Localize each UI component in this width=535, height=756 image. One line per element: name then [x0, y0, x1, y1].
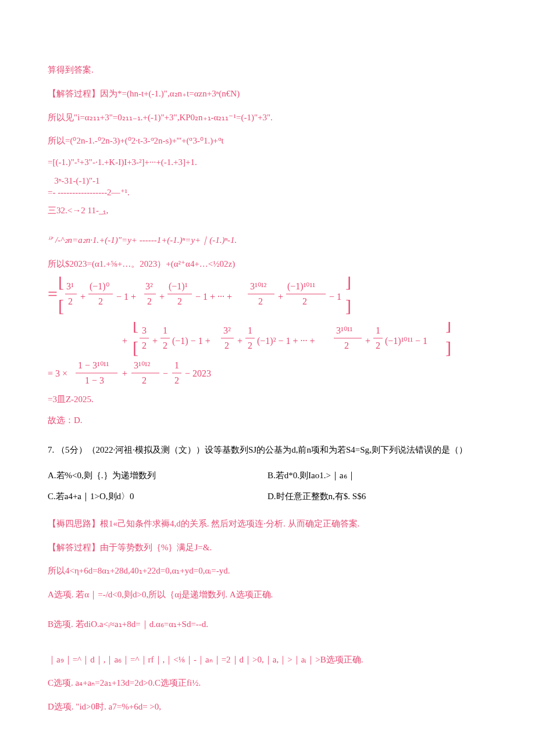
exp-1: 【褥四思路】根1«己知条件求褥4,d的关系. 然后对选项连·分析. 从而确定正确… — [48, 515, 487, 533]
formula-svg-1: = [ [ 3¹2 + (−1)⁰2 − 1 + 3²2 + (−1)¹2 − … — [48, 277, 455, 322]
svg-text:2: 2 — [163, 341, 167, 350]
svg-text:2: 2 — [142, 375, 147, 385]
q7-option-D: D.时任意正整数n,有$. S$6 — [268, 486, 487, 507]
formula-block-1: = [ [ 3¹2 + (−1)⁰2 − 1 + 3²2 + (−1)¹2 − … — [48, 277, 487, 389]
line-3: 所以见″i=α₂₁₁+3"=0₂₁₁₋₁.+(-1)"+3",KP0₂n₊₁-α… — [48, 109, 487, 127]
svg-text:2: 2 — [248, 341, 252, 350]
svg-text:2: 2 — [98, 296, 103, 306]
q7-option-A: A.若%<0,则｛.｝为递增数列 — [48, 465, 268, 486]
svg-text:3¹⁰¹¹: 3¹⁰¹¹ — [336, 325, 353, 335]
line-6b: =- -----------------2—⁺¹. — [48, 187, 487, 198]
svg-text:]: ] — [345, 296, 351, 315]
q7-option-B: B.若d*0.则Iao1.>｜a₆｜ — [268, 465, 487, 486]
svg-text:+: + — [122, 368, 127, 378]
line-6a: 3ⁿ-31-(-1)"-1 — [48, 175, 487, 187]
svg-text:[: [ — [58, 296, 64, 315]
line-7: 三32.<→2 11-_₁, — [48, 202, 487, 220]
q7-option-C: C.若a4+a｜1>O,则d〉0 — [48, 486, 268, 507]
exp-5: B选项. 若diO.a<ᵢ≈a₁+8d=｜d.α₆=α₁+Sd=--d. — [48, 615, 487, 633]
svg-text:3²: 3² — [145, 281, 153, 291]
svg-text:3¹⁰¹²: 3¹⁰¹² — [134, 360, 151, 370]
exp-3: 所以4<η+6d=8α₁+28d,40₁+22d=0,α₁+yd=0,αᵢ=-y… — [48, 562, 487, 580]
line-4: 所以=(⁰2n-1.-⁰2n-3)+(⁰2·t-3-ᵅ2n-s)+'''+(ᵅ3… — [48, 132, 487, 150]
svg-text:3¹: 3¹ — [66, 281, 74, 291]
formula-svg-2: + [ [ 32 + 12 (−1) − 1 + 3²2 + 12 (−1)² … — [48, 322, 490, 357]
svg-text:1 − 3: 1 − 3 — [85, 375, 104, 385]
line-9: 所以$2023=(α1.+⅝+…。2023）+(α²⁺α4+…<½02z) — [48, 255, 487, 273]
svg-text:3²: 3² — [223, 325, 231, 335]
svg-text:[: [ — [58, 277, 64, 291]
svg-text:+: + — [237, 336, 242, 346]
svg-text:− 2023: − 2023 — [185, 368, 211, 378]
formula-svg-3: = 3 × 1 − 3¹⁰¹¹1 − 3 + 3¹⁰¹²2 − 12 − 202… — [48, 357, 292, 389]
svg-text:2: 2 — [174, 375, 179, 385]
document-page: 算得到答案. 【解答过程】因为*=(hn-t+(-1.)",α₂n₊t=αzn+… — [0, 0, 535, 756]
svg-text:=: = — [48, 284, 58, 303]
svg-text:2: 2 — [177, 296, 182, 306]
q7-stem: 7. （5分）（2022·河祖·模拟及测（文））设等基数列SJ的公基为d,前n项… — [48, 441, 487, 459]
svg-text:(−1) − 1 +: (−1) − 1 + — [172, 336, 211, 346]
q7-options: A.若%<0,则｛.｝为递增数列 B.若d*0.则Iao1.>｜a₆｜ C.若a… — [48, 465, 487, 507]
svg-text:2: 2 — [147, 296, 152, 306]
svg-text:+: + — [365, 336, 370, 346]
exp-2: 【解答过程】由于等势数列｛%｝满足J=&. — [48, 539, 487, 557]
svg-text:1: 1 — [163, 325, 167, 335]
svg-text:− 1 +: − 1 + — [116, 292, 136, 302]
svg-text:+: + — [159, 292, 165, 302]
svg-text:+: + — [80, 292, 85, 302]
svg-text:2: 2 — [68, 296, 73, 306]
svg-text:1 − 3¹⁰¹¹: 1 − 3¹⁰¹¹ — [78, 360, 109, 370]
svg-text:2: 2 — [258, 296, 263, 306]
svg-text:3: 3 — [142, 325, 147, 335]
svg-text:= 3 ×: = 3 × — [48, 368, 67, 378]
svg-text:(−1)⁰: (−1)⁰ — [90, 281, 109, 292]
line-5: =[(-1.)"-ᵗ+3"-·1.+K-I)I+3-²]+···+(-1.+3]… — [48, 153, 487, 171]
svg-text:2: 2 — [302, 296, 307, 306]
svg-text:(−1)¹: (−1)¹ — [169, 281, 188, 292]
line-11: 故选：D. — [48, 411, 487, 429]
svg-text:]: ] — [445, 338, 451, 357]
svg-text:2: 2 — [344, 341, 349, 350]
svg-text:[: [ — [133, 338, 138, 357]
svg-text:+: + — [152, 336, 158, 346]
svg-text:− 1: − 1 — [329, 292, 341, 302]
svg-text:1: 1 — [248, 325, 252, 335]
svg-text:]: ] — [445, 322, 451, 334]
svg-text:]: ] — [345, 277, 351, 291]
svg-text:+: + — [278, 292, 283, 302]
svg-text:−: − — [163, 368, 168, 378]
line-2: 【解答过程】因为*=(hn-t+(-1.)",α₂n₊t=αzn+3ⁿ(n€N) — [48, 85, 487, 103]
exp-7: C选项. a₄+aₙ=2a₁+13d=2d>0.C选项正fi½. — [48, 674, 487, 692]
svg-text:(−1)² − 1 + ··· +: (−1)² − 1 + ··· + — [257, 336, 315, 346]
svg-text:2: 2 — [224, 341, 229, 350]
svg-text:2: 2 — [376, 341, 380, 350]
svg-text:+: + — [122, 336, 127, 346]
svg-text:3¹⁰¹²: 3¹⁰¹² — [250, 281, 267, 291]
svg-text:(−1)¹⁰¹¹ − 1: (−1)¹⁰¹¹ − 1 — [385, 336, 427, 346]
svg-text:2: 2 — [142, 341, 147, 350]
line-1: 算得到答案. — [48, 61, 487, 79]
line-8: ⁱⁱ′ /-^₂n=a₂n·1.+(-1)"=y+ ------1+(-1.)ⁿ… — [48, 231, 487, 249]
line-10: =3皿Z-2025. — [48, 390, 487, 409]
svg-text:(−1)¹⁰¹¹: (−1)¹⁰¹¹ — [287, 281, 315, 292]
svg-text:[: [ — [133, 322, 138, 334]
exp-6: ｜a₉｜=^｜d｜,｜a₆｜=^｜rf｜,｜<⅛｜-｜aₙ｜=2｜d｜>0,｜a… — [48, 651, 487, 669]
svg-text:− 1 + ··· +: − 1 + ··· + — [195, 292, 232, 302]
exp-4: A选项. 若α｜=-/d<0,则d>0,所以｛αj是递增数列. A选项正确. — [48, 586, 487, 604]
svg-text:1: 1 — [376, 325, 380, 335]
svg-text:1: 1 — [174, 360, 179, 370]
exp-8: D选项. "id>0时. a7=%+6d= >0, — [48, 698, 487, 716]
